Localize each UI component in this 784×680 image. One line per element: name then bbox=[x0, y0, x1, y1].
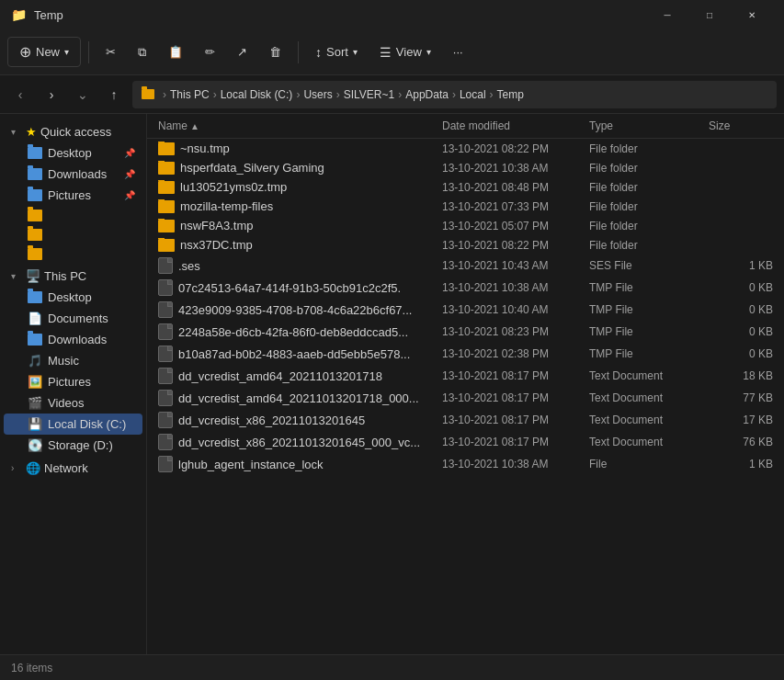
back-button[interactable]: ‹ bbox=[7, 82, 33, 108]
table-row[interactable]: 07c24513-64a7-414f-91b3-50cb91c2c2f5. 13… bbox=[147, 277, 784, 299]
copy-button[interactable]: ⧉ bbox=[129, 40, 155, 65]
expand-icon: ▾ bbox=[11, 127, 22, 137]
breadcrumb-temp[interactable]: Temp bbox=[497, 88, 524, 101]
col-size-header[interactable]: Size bbox=[709, 119, 773, 132]
col-date-header[interactable]: Date modified bbox=[442, 119, 589, 132]
table-row[interactable]: dd_vcredist_amd64_20211013201718 13-10-2… bbox=[147, 365, 784, 387]
quick-access-header[interactable]: ▾ ★ Quick access bbox=[4, 121, 142, 142]
network-label: Network bbox=[44, 461, 88, 475]
view-button[interactable]: ☰ View ▾ bbox=[370, 40, 440, 65]
downloads-icon-pc bbox=[28, 334, 42, 346]
window-controls: ─ □ ✕ bbox=[646, 0, 773, 29]
table-row[interactable]: hsperfdata_Silvery Gaming 13-10-2021 10:… bbox=[147, 158, 784, 177]
table-row[interactable]: dd_vcredist_x86_20211013201645_000_vc...… bbox=[147, 431, 784, 453]
new-label: New bbox=[36, 45, 60, 59]
breadcrumb-users[interactable]: Users bbox=[303, 88, 332, 101]
folder2-icon bbox=[28, 229, 42, 241]
sidebar-item-storage-pc[interactable]: 💽 Storage (D:) bbox=[4, 435, 142, 456]
forward-button[interactable]: › bbox=[39, 82, 64, 108]
file-icon bbox=[158, 257, 173, 274]
table-row[interactable]: b10a87ad-b0b2-4883-aaeb-dd5ebb5e578... 1… bbox=[147, 343, 784, 365]
file-type: TMP File bbox=[589, 281, 709, 294]
table-row[interactable]: 423e9009-9385-4708-b708-4c6a22b6cf67... … bbox=[147, 299, 784, 321]
breadcrumb-appdata[interactable]: AppData bbox=[405, 88, 449, 101]
file-type: Text Document bbox=[589, 391, 709, 404]
col-name-header[interactable]: Name ▲ bbox=[158, 119, 442, 132]
table-row[interactable]: .ses 13-10-2021 10:43 AM SES File 1 KB bbox=[147, 255, 784, 277]
breadcrumb-local[interactable]: Local bbox=[460, 88, 486, 101]
sort-button[interactable]: ↕ Sort ▾ bbox=[306, 40, 367, 65]
sidebar: ▾ ★ Quick access Desktop 📌 Downloads 📌 P… bbox=[0, 114, 147, 654]
table-row[interactable]: nswF8A3.tmp 13-10-2021 05:07 PM File fol… bbox=[147, 216, 784, 235]
up-button[interactable]: ↑ bbox=[101, 82, 127, 108]
view-label: View bbox=[396, 45, 422, 59]
sidebar-item-folder3[interactable] bbox=[4, 244, 142, 264]
more-icon: ··· bbox=[453, 45, 463, 59]
table-row[interactable]: dd_vcredist_amd64_20211013201718_000... … bbox=[147, 387, 784, 409]
maximize-button[interactable]: □ bbox=[688, 0, 731, 29]
file-size: 0 KB bbox=[709, 303, 773, 316]
file-type: File folder bbox=[589, 142, 709, 155]
file-size: 1 KB bbox=[709, 458, 773, 470]
more-button[interactable]: ··· bbox=[444, 40, 472, 64]
sidebar-item-folder1[interactable] bbox=[4, 206, 142, 225]
file-name-cell: 07c24513-64a7-414f-91b3-50cb91c2c2f5. bbox=[158, 279, 442, 296]
file-icon bbox=[158, 323, 173, 340]
paste-button[interactable]: 📋 bbox=[159, 40, 192, 64]
table-row[interactable]: mozilla-temp-files 13-10-2021 07:33 PM F… bbox=[147, 197, 784, 216]
network-header[interactable]: › 🌐 Network bbox=[4, 458, 142, 479]
videos-icon: 🎬 bbox=[28, 396, 42, 410]
breadcrumb-disk[interactable]: Local Disk (C:) bbox=[221, 88, 293, 101]
sidebar-item-pictures-pc[interactable]: 🖼️ Pictures bbox=[4, 371, 142, 392]
table-row[interactable]: ~nsu.tmp 13-10-2021 08:22 PM File folder bbox=[147, 139, 784, 158]
file-type: Text Document bbox=[589, 414, 709, 426]
sidebar-item-music-pc[interactable]: 🎵 Music bbox=[4, 350, 142, 371]
sidebar-item-documents-pc[interactable]: 📄 Documents bbox=[4, 308, 142, 329]
cut-button[interactable]: ✂ bbox=[97, 40, 125, 64]
rename-button[interactable]: ✏ bbox=[196, 40, 224, 64]
table-row[interactable]: 2248a58e-d6cb-42fa-86f0-deb8eddccad5... … bbox=[147, 321, 784, 343]
expand-button[interactable]: ⌄ bbox=[70, 82, 96, 108]
file-name: hsperfdata_Silvery Gaming bbox=[180, 161, 324, 175]
table-row[interactable]: dd_vcredist_x86_20211013201645 13-10-202… bbox=[147, 409, 784, 431]
breadcrumb[interactable]: › This PC › Local Disk (C:) › Users › SI… bbox=[132, 81, 777, 108]
sidebar-item-downloads-qa[interactable]: Downloads 📌 bbox=[4, 164, 142, 185]
this-pc-header[interactable]: ▾ 🖥️ This PC bbox=[4, 266, 142, 287]
file-type: TMP File bbox=[589, 303, 709, 316]
file-icon bbox=[158, 456, 173, 472]
star-icon: ★ bbox=[26, 125, 37, 139]
delete-button[interactable]: 🗑 bbox=[260, 40, 290, 64]
share-button[interactable]: ↗ bbox=[228, 40, 256, 64]
minimize-button[interactable]: ─ bbox=[646, 0, 688, 29]
pin-icon-pictures: 📌 bbox=[124, 190, 135, 200]
file-name-cell: dd_vcredist_x86_20211013201645 bbox=[158, 412, 442, 428]
sidebar-item-folder2[interactable] bbox=[4, 225, 142, 244]
table-row[interactable]: lghub_agent_instance_lock 13-10-2021 10:… bbox=[147, 453, 784, 475]
toolbar-sep-2 bbox=[298, 41, 299, 63]
status-text: 16 items bbox=[11, 662, 52, 674]
app-icon: 📁 bbox=[11, 7, 27, 22]
this-pc-label: This PC bbox=[44, 269, 86, 283]
file-name-cell: b10a87ad-b0b2-4883-aaeb-dd5ebb5e578... bbox=[158, 346, 442, 362]
table-row[interactable]: nsx37DC.tmp 13-10-2021 08:22 PM File fol… bbox=[147, 235, 784, 255]
file-name: b10a87ad-b0b2-4883-aaeb-dd5ebb5e578... bbox=[178, 347, 410, 361]
table-row[interactable]: lu130521yms0z.tmp 13-10-2021 08:48 PM Fi… bbox=[147, 177, 784, 197]
close-button[interactable]: ✕ bbox=[731, 0, 773, 29]
folder-icon bbox=[158, 239, 175, 252]
sidebar-item-desktop-qa[interactable]: Desktop 📌 bbox=[4, 142, 142, 164]
sidebar-item-downloads-pc[interactable]: Downloads bbox=[4, 329, 142, 350]
file-size: 0 KB bbox=[709, 281, 773, 294]
col-type-header[interactable]: Type bbox=[589, 119, 709, 132]
sidebar-item-videos-pc[interactable]: 🎬 Videos bbox=[4, 392, 142, 414]
sidebar-item-localdisk-pc[interactable]: 💾 Local Disk (C:) bbox=[4, 414, 142, 435]
main-layout: ▾ ★ Quick access Desktop 📌 Downloads 📌 P… bbox=[0, 114, 784, 654]
sidebar-item-desktop-pc[interactable]: Desktop bbox=[4, 287, 142, 308]
file-date: 13-10-2021 08:48 PM bbox=[442, 181, 589, 194]
file-type: File folder bbox=[589, 162, 709, 175]
rename-icon: ✏ bbox=[205, 45, 215, 59]
sidebar-item-pictures-qa[interactable]: Pictures 📌 bbox=[4, 185, 142, 206]
breadcrumb-user[interactable]: SILVER~1 bbox=[344, 88, 394, 101]
file-name: dd_vcredist_amd64_20211013201718_000... bbox=[178, 391, 419, 405]
new-button[interactable]: ⊕ New ▾ bbox=[7, 37, 81, 67]
breadcrumb-thispc[interactable]: This PC bbox=[170, 88, 210, 101]
